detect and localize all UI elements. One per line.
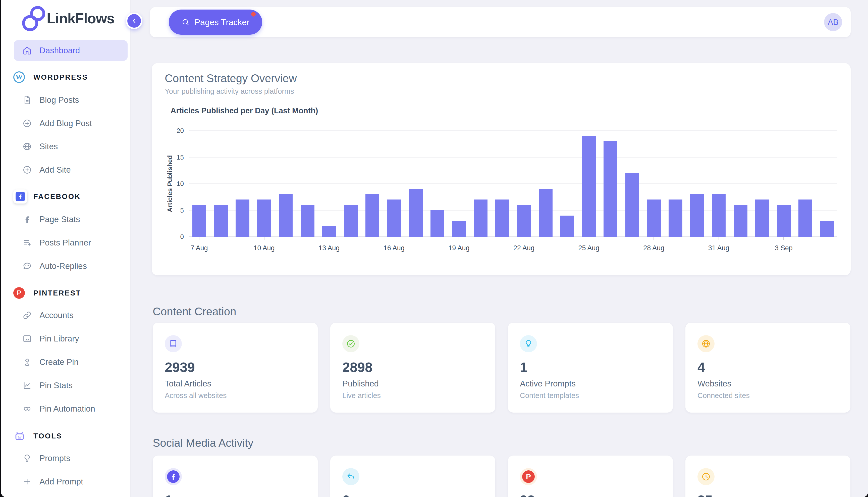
sidebar-section-label: WORDPRESS bbox=[33, 73, 88, 81]
stat-sublabel: Content templates bbox=[520, 392, 579, 400]
section-heading-content-creation: Content Creation bbox=[153, 305, 236, 318]
gridline bbox=[189, 157, 837, 158]
sidebar: LinkFlows Dashboard W WORDPRESS Blog Pos… bbox=[1, 0, 131, 497]
sidebar-item-pin-automation[interactable]: Pin Automation bbox=[1, 398, 130, 419]
x-tick bbox=[264, 237, 264, 240]
bar bbox=[517, 205, 531, 237]
bar bbox=[625, 173, 639, 237]
x-tick bbox=[394, 237, 394, 240]
bar-chart: 7 Aug10 Aug13 Aug16 Aug19 Aug22 Aug25 Au… bbox=[189, 131, 837, 237]
bar bbox=[734, 205, 748, 237]
sidebar-item-create-pin[interactable]: Create Pin bbox=[1, 352, 130, 372]
sidebar-item-label: Add Site bbox=[40, 165, 71, 175]
x-tick-label: 10 Aug bbox=[244, 244, 284, 252]
pin-icon bbox=[23, 357, 32, 367]
x-tick bbox=[329, 237, 329, 240]
line-chart-icon bbox=[23, 381, 32, 390]
home-icon bbox=[23, 46, 32, 55]
facebook-f-icon bbox=[23, 215, 32, 224]
sidebar-item-label: Pin Automation bbox=[40, 404, 95, 414]
sidebar-item-add-prompt[interactable]: Add Prompt bbox=[1, 471, 130, 492]
search-icon bbox=[181, 18, 190, 26]
sidebar-item-label: Create Pin bbox=[40, 357, 78, 367]
sidebar-section-wordpress: W WORDPRESS bbox=[1, 69, 130, 85]
bar bbox=[279, 194, 293, 237]
check-circle-icon bbox=[346, 339, 356, 349]
bar bbox=[214, 205, 228, 237]
x-tick bbox=[589, 237, 589, 240]
sidebar-item-pin-stats[interactable]: Pin Stats bbox=[1, 375, 130, 396]
stat-label: Total Articles bbox=[165, 379, 211, 388]
sidebar-item-accounts[interactable]: Accounts bbox=[1, 305, 130, 326]
reply-icon bbox=[346, 472, 356, 481]
card-title: Content Strategy Overview bbox=[165, 72, 297, 85]
bar bbox=[798, 199, 812, 237]
topbar: Pages Tracker AB bbox=[150, 7, 851, 37]
stat-sublabel: Live articles bbox=[342, 392, 381, 400]
y-tick-label: 20 bbox=[164, 127, 184, 135]
sidebar-item-label: Sites bbox=[40, 142, 58, 151]
chart-title: Articles Published per Day (Last Month) bbox=[171, 106, 318, 115]
bar bbox=[322, 226, 336, 237]
plus-icon bbox=[23, 477, 32, 486]
y-tick-label: 0 bbox=[164, 233, 184, 241]
sidebar-item-add-blog-post[interactable]: Add Blog Post bbox=[1, 113, 130, 134]
sidebar-collapse-button[interactable]: ‹ bbox=[126, 13, 142, 29]
image-icon bbox=[23, 334, 32, 343]
avatar[interactable]: AB bbox=[824, 13, 842, 31]
stat-value: 1 bbox=[520, 360, 527, 374]
bar bbox=[365, 194, 379, 237]
sidebar-item-label: Pin Stats bbox=[40, 381, 73, 390]
sidebar-item-dashboard[interactable]: Dashboard bbox=[14, 40, 128, 61]
sidebar-section-label: PINTEREST bbox=[33, 289, 81, 297]
x-tick-label: 7 Aug bbox=[179, 244, 219, 252]
social-card-scheduled: 95 bbox=[685, 456, 850, 497]
x-tick-label: 22 Aug bbox=[504, 244, 544, 252]
sidebar-item-pin-library[interactable]: Pin Library bbox=[1, 328, 130, 349]
x-tick-label: 19 Aug bbox=[439, 244, 479, 252]
stat-label: Published bbox=[342, 379, 379, 388]
social-card-pinterest: P 99 bbox=[508, 456, 673, 497]
sidebar-item-blog-posts[interactable]: Blog Posts bbox=[1, 90, 130, 110]
sidebar-item-auto-replies[interactable]: Auto-Replies bbox=[1, 256, 130, 276]
sidebar-item-add-site[interactable]: Add Site bbox=[1, 159, 130, 180]
x-tick bbox=[459, 237, 459, 240]
stat-label: Active Prompts bbox=[520, 379, 576, 388]
app-window: LinkFlows Dashboard W WORDPRESS Blog Pos… bbox=[1, 0, 868, 497]
bar bbox=[712, 194, 726, 237]
plus-circle-icon bbox=[23, 165, 32, 175]
lightbulb-icon bbox=[524, 339, 533, 349]
sidebar-item-label: Prompts bbox=[40, 454, 70, 463]
sidebar-item-sites[interactable]: Sites bbox=[1, 136, 130, 157]
sidebar-section-tools: TOOLS bbox=[1, 428, 130, 444]
bar bbox=[387, 199, 401, 237]
x-tick-label: 28 Aug bbox=[634, 244, 674, 252]
card-subtitle: Your publishing activity across platform… bbox=[165, 87, 294, 96]
x-tick-label: 3 Sep bbox=[764, 244, 804, 252]
chat-icon bbox=[23, 261, 32, 271]
bar bbox=[301, 205, 315, 237]
bar bbox=[539, 189, 552, 237]
list-plus-icon bbox=[23, 238, 32, 247]
x-tick bbox=[524, 237, 524, 240]
pages-tracker-button[interactable]: Pages Tracker bbox=[169, 10, 262, 35]
sidebar-item-label: Add Prompt bbox=[40, 477, 83, 486]
globe-icon bbox=[701, 339, 711, 349]
logo-ring-icon bbox=[22, 15, 38, 31]
sidebar-item-prompts[interactable]: Prompts bbox=[1, 448, 130, 469]
stat-value: 2898 bbox=[342, 360, 373, 374]
sidebar-section-label: FACEBOOK bbox=[33, 193, 81, 201]
bar bbox=[604, 141, 617, 237]
sidebar-item-label: Dashboard bbox=[40, 46, 80, 55]
bar bbox=[820, 221, 834, 237]
stat-sublabel: Across all websites bbox=[165, 392, 227, 400]
stat-value: 1 bbox=[165, 493, 172, 497]
bar bbox=[431, 210, 444, 237]
bar bbox=[192, 205, 206, 237]
bar bbox=[755, 199, 769, 237]
sidebar-item-page-stats[interactable]: Page Stats bbox=[1, 209, 130, 230]
sidebar-item-posts-planner[interactable]: Posts Planner bbox=[1, 232, 130, 253]
x-tick-label: 13 Aug bbox=[309, 244, 349, 252]
sidebar-item-label: Pin Library bbox=[40, 334, 79, 343]
stat-sublabel: Connected sites bbox=[697, 392, 750, 400]
